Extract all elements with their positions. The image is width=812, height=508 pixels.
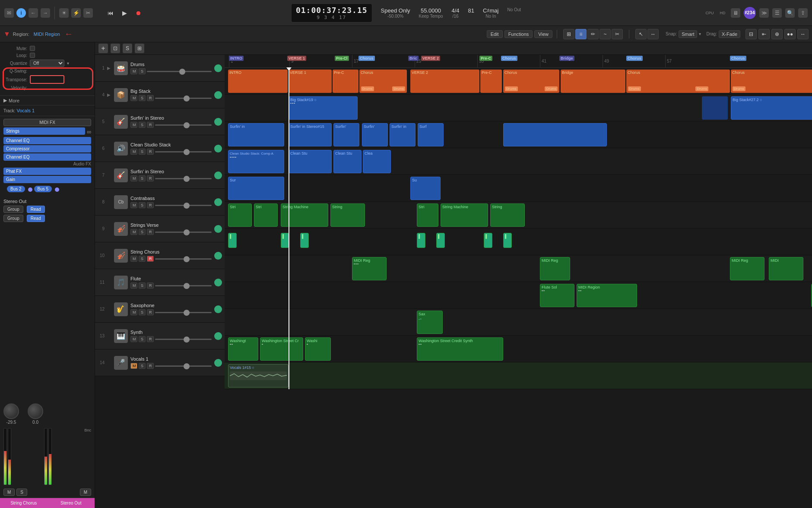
phat-fx-plugin[interactable]: Phat FX: [3, 168, 91, 175]
drums-region-chorus3[interactable]: Chorus Drums Drums: [626, 70, 730, 93]
surfin2-region-2[interactable]: Su: [410, 177, 441, 200]
surfin2-region-1[interactable]: Sur: [228, 177, 284, 200]
track-end-btn[interactable]: [214, 225, 222, 233]
alt-tool[interactable]: ↔: [647, 29, 659, 39]
rec-btn[interactable]: R: [147, 309, 154, 315]
solo-btn[interactable]: S: [139, 149, 146, 155]
track-fader[interactable]: [155, 205, 212, 206]
back-icon[interactable]: ←: [29, 8, 38, 18]
group-button-2[interactable]: Group: [3, 215, 23, 222]
track-fader[interactable]: [155, 98, 212, 99]
mute-btn[interactable]: M: [130, 122, 137, 128]
mute-btn[interactable]: M: [130, 336, 137, 342]
solo-btn[interactable]: S: [139, 122, 146, 128]
solo-btn[interactable]: S: [139, 363, 146, 369]
mute-btn[interactable]: M: [130, 283, 137, 289]
fader-knob[interactable]: [179, 69, 185, 75]
read-button-2[interactable]: Read: [27, 215, 45, 222]
track-end-btn[interactable]: [214, 171, 222, 179]
fader-knob[interactable]: [184, 95, 190, 102]
mail-icon[interactable]: ✉: [4, 8, 14, 18]
bigstack-region-1[interactable]: Big Stack#19 ○: [289, 96, 358, 120]
stringsverse-region-4[interactable]: ▌: [417, 233, 425, 248]
solo-btn[interactable]: S: [139, 68, 146, 74]
mute-button-2[interactable]: M: [80, 489, 91, 496]
contrabass-region-4[interactable]: String: [330, 203, 365, 227]
mute-btn[interactable]: M: [130, 229, 137, 235]
track-fader[interactable]: [155, 151, 212, 152]
stringchorus-region-4[interactable]: MIDI: [769, 257, 803, 280]
brightness-icon[interactable]: ☀: [59, 8, 69, 18]
drums-region-verse1[interactable]: VERSE 1: [289, 70, 332, 93]
align-icon[interactable]: ⊟: [745, 29, 757, 39]
contrabass-region-7[interactable]: String: [490, 203, 525, 227]
track-fader[interactable]: [155, 365, 212, 367]
contrabass-region-3[interactable]: String Machine: [281, 203, 328, 227]
track-end-btn[interactable]: [214, 118, 222, 126]
rec-btn[interactable]: R: [147, 363, 154, 369]
transpose-input[interactable]: [30, 75, 64, 84]
mixer-icon[interactable]: ⚡: [71, 8, 81, 18]
drums-region-prec[interactable]: Pre-C: [333, 70, 358, 93]
add-track-button[interactable]: +: [98, 44, 108, 53]
forward-icon[interactable]: →: [41, 8, 50, 18]
track-fader[interactable]: [155, 339, 212, 340]
search-icon[interactable]: 🔍: [785, 8, 795, 18]
fader-knob[interactable]: [184, 256, 190, 262]
mute-btn[interactable]: M: [130, 256, 137, 262]
drums-region-chorus2[interactable]: Chorus Drums Drums: [503, 70, 559, 93]
solo-btn[interactable]: S: [139, 95, 146, 101]
strings-plugin[interactable]: Strings: [3, 127, 85, 135]
clean-region-4[interactable]: Clea: [363, 150, 391, 173]
fader-knob[interactable]: [184, 337, 190, 343]
compressor-plugin[interactable]: Compressor: [3, 145, 91, 152]
bus5-item[interactable]: Bus 5: [34, 186, 52, 192]
solo-btn[interactable]: S: [139, 309, 146, 315]
rec-btn[interactable]: R: [147, 283, 154, 289]
stringchorus-region-2[interactable]: MIDI Reg: [540, 257, 570, 280]
channel-eq2-plugin[interactable]: Channel EQ: [3, 153, 91, 161]
functions-button[interactable]: Functions: [504, 30, 533, 38]
sax-region-1[interactable]: Sax -~: [417, 311, 443, 334]
drums-region-prec2[interactable]: Pre-C: [480, 70, 502, 93]
pencil-tool[interactable]: ✏: [587, 29, 599, 39]
string-chorus-tab[interactable]: String Chorus: [0, 498, 48, 508]
mute-btn[interactable]: M: [130, 149, 137, 155]
clean-region-1[interactable]: Clean Studio Stack: Comp A: [228, 150, 284, 173]
quantize-dropdown[interactable]: ▾: [67, 61, 69, 66]
fader-knob[interactable]: [184, 149, 190, 155]
snap-value[interactable]: Smart: [679, 30, 697, 38]
track-end-btn[interactable]: [214, 332, 222, 340]
track-end-btn[interactable]: [214, 145, 222, 152]
surfin-region-3[interactable]: Surfin': [333, 123, 359, 146]
surfin-region-1[interactable]: Surfin' in: [228, 123, 284, 146]
mute-btn[interactable]: M: [130, 363, 137, 369]
track-fader[interactable]: [155, 232, 212, 233]
drums-region-intro[interactable]: INTRO: [228, 70, 288, 93]
fader-knob[interactable]: [184, 176, 190, 182]
track-fader[interactable]: [155, 285, 212, 286]
share-icon[interactable]: ⇪: [798, 8, 808, 18]
user-avatar[interactable]: ♯234: [744, 7, 756, 19]
snap-dropdown[interactable]: ▾: [699, 32, 701, 36]
solo-btn[interactable]: S: [139, 202, 146, 208]
track-end-btn[interactable]: [214, 198, 222, 206]
surfin-region-2[interactable]: Surfin' in Stereo#15: [289, 123, 332, 146]
stringsverse-region-6[interactable]: ▌: [484, 233, 492, 248]
mute-btn[interactable]: M: [130, 175, 137, 181]
skip-icon[interactable]: ⇤: [758, 29, 770, 39]
display-toggle[interactable]: 🖥: [731, 8, 740, 18]
bus2-item[interactable]: Bus 2: [7, 186, 25, 192]
gain-plugin[interactable]: Gain: [3, 176, 91, 183]
fader-knob[interactable]: [184, 363, 190, 369]
track-end-btn[interactable]: [214, 91, 222, 99]
quantize-select[interactable]: Off: [30, 60, 64, 67]
list-icon[interactable]: ☰: [772, 8, 782, 18]
settings-button[interactable]: S: [123, 44, 132, 53]
drag-value[interactable]: X-Fade: [719, 30, 740, 38]
edit-button[interactable]: Edit: [487, 30, 503, 38]
track-end-btn[interactable]: [214, 359, 222, 367]
rec-btn[interactable]: R: [147, 175, 154, 181]
contrabass-region-2[interactable]: Stri: [254, 203, 278, 227]
track-end-btn[interactable]: [214, 279, 222, 286]
